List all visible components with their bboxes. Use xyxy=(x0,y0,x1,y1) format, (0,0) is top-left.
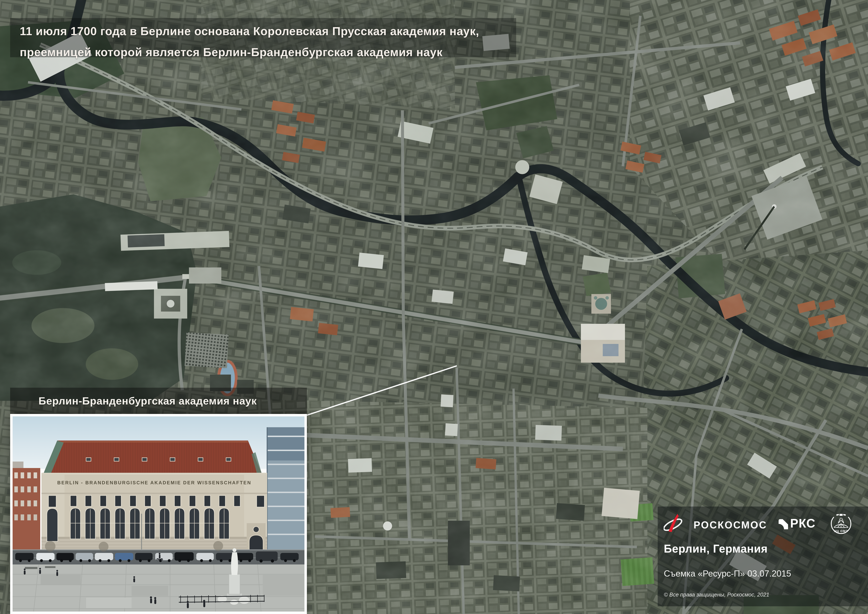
academy-photo: BERLIN - BRANDENBURGISCHE AKADEMIE DER W… xyxy=(12,416,304,612)
location-title: Берлин, Германия xyxy=(664,542,768,555)
inset-caption: Берлин-Бранденбургская академия наук xyxy=(39,388,257,414)
inset-photo-frame: BERLIN - BRANDENBURGISCHE AKADEMIE DER W… xyxy=(10,414,307,614)
brick-building xyxy=(12,462,40,549)
entrance-portal xyxy=(247,523,266,550)
rks-logo-icon xyxy=(779,519,788,529)
roscosmos-logo-icon xyxy=(663,514,684,532)
copyright-note: © Все права защищены, Роскосмос, 2021 xyxy=(664,592,769,598)
building-inscription: BERLIN - BRANDENBURGISCHE AKADEMIE DER W… xyxy=(57,480,251,485)
satellite-poster: 11 июля 1700 года в Берлине основана Кор… xyxy=(0,0,868,614)
page-title: 11 июля 1700 года в Берлине основана Кор… xyxy=(20,21,520,63)
inset-caption-bar: Берлин-Бранденбургская академия наук xyxy=(10,388,307,414)
roscosmos-wordmark: РОСКОСМОС xyxy=(694,519,767,531)
nc-omz-label: НЦ ОМЗ xyxy=(834,529,848,533)
title-line-2: преемницей которой является Берлин-Бранд… xyxy=(20,42,520,63)
rks-wordmark: РКС xyxy=(790,516,815,530)
glass-building xyxy=(267,427,304,550)
building-roof xyxy=(43,440,262,475)
title-line-1: 11 июля 1700 года в Берлине основана Кор… xyxy=(20,21,520,42)
nc-omz-emblem-icon: НЦ ОМЗ xyxy=(830,512,852,535)
capture-info: Съемка «Ресурс-П» 03.07.2015 xyxy=(664,569,791,578)
plaza xyxy=(12,564,304,612)
